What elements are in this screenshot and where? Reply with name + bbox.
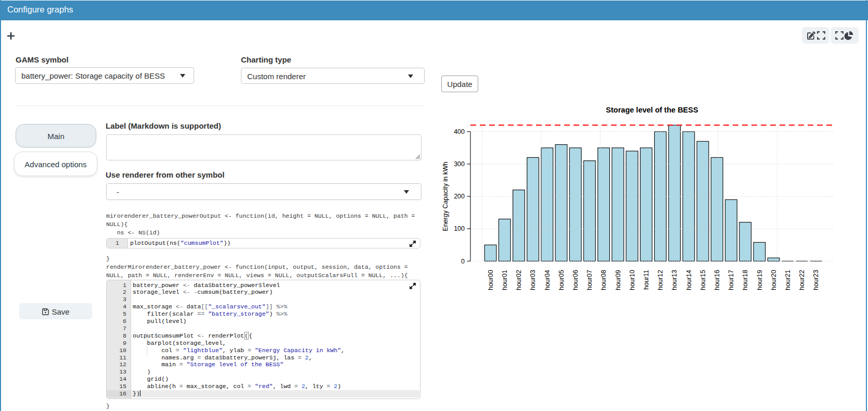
svg-text:hour15: hour15 — [699, 270, 707, 290]
svg-text:hour18: hour18 — [742, 270, 749, 290]
svg-text:200: 200 — [454, 193, 465, 200]
svg-text:hour05: hour05 — [558, 270, 565, 290]
svg-text:hour19: hour19 — [756, 270, 763, 290]
svg-text:hour07: hour07 — [586, 270, 593, 290]
svg-text:hour12: hour12 — [657, 270, 664, 290]
svg-text:hour08: hour08 — [600, 270, 607, 290]
svg-text:300: 300 — [454, 160, 465, 168]
svg-text:100: 100 — [454, 225, 465, 232]
svg-text:hour13: hour13 — [671, 270, 678, 290]
svg-text:hour23: hour23 — [812, 270, 820, 290]
svg-text:hour06: hour06 — [572, 270, 579, 290]
svg-text:hour01: hour01 — [501, 270, 508, 290]
svg-text:hour11: hour11 — [643, 270, 650, 290]
svg-text:hour09: hour09 — [615, 270, 622, 290]
svg-text:hour22: hour22 — [798, 270, 806, 290]
svg-text:hour10: hour10 — [629, 270, 636, 290]
svg-text:hour14: hour14 — [685, 270, 693, 290]
svg-text:hour04: hour04 — [544, 270, 551, 290]
svg-text:0: 0 — [461, 258, 465, 265]
svg-text:Energy Capacity in kWh: Energy Capacity in kWh — [442, 161, 449, 231]
svg-text:hour16: hour16 — [713, 270, 721, 290]
svg-text:400: 400 — [454, 128, 465, 135]
svg-text:hour02: hour02 — [515, 270, 522, 290]
svg-text:hour20: hour20 — [770, 270, 777, 290]
svg-text:Storage level of the BESS: Storage level of the BESS — [606, 106, 698, 114]
svg-text:hour00: hour00 — [487, 270, 494, 290]
svg-text:hour03: hour03 — [529, 270, 537, 290]
svg-text:hour17: hour17 — [727, 270, 735, 290]
svg-text:hour21: hour21 — [784, 270, 792, 290]
